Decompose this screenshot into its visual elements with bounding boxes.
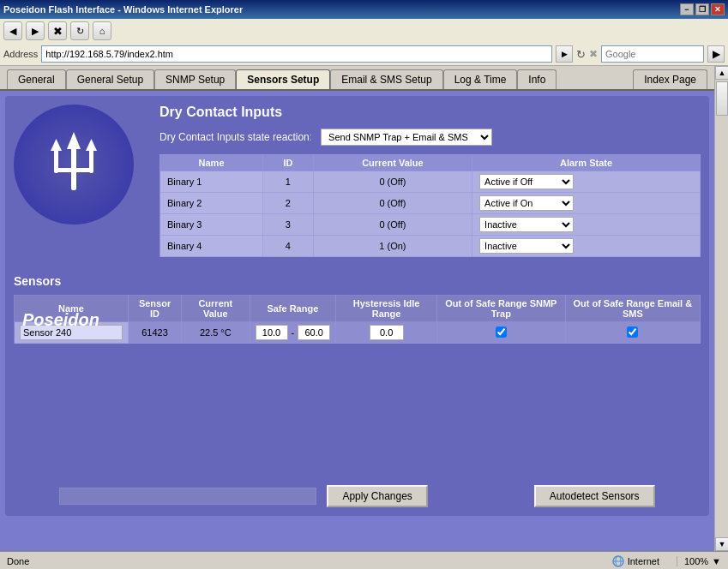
binary3-name: Binary 3: [160, 214, 263, 236]
tab-email-sms[interactable]: Email & SMS Setup: [330, 69, 442, 89]
window-controls: − ❐ ✕: [680, 3, 725, 15]
range-max-input[interactable]: [298, 325, 330, 340]
col-header-current: Current Value: [313, 155, 472, 171]
close-button[interactable]: ✕: [711, 3, 725, 15]
inner-content: Poseidon Dry Contact Inputs Dry Contact …: [5, 96, 709, 516]
logo-circle: [14, 105, 134, 225]
binary3-alarm-select[interactable]: Active if Off Active if On Inactive: [479, 217, 574, 232]
binary4-name: Binary 4: [160, 236, 263, 257]
tab-sensors-setup[interactable]: Sensors Setup: [236, 69, 330, 89]
status-done: Done: [7, 556, 595, 566]
autodetect-sensors-button[interactable]: Autodetect Sensors: [534, 485, 655, 507]
binary4-alarm-cell: Active if Off Active if On Inactive: [472, 236, 701, 257]
table-row: Binary 3 3 0 (Off) Active if Off Active …: [160, 214, 701, 236]
tab-snmp-setup[interactable]: SNMP Setup: [154, 69, 236, 89]
col-header-alarm: Alarm State: [472, 155, 701, 171]
forward-button[interactable]: ▶: [26, 21, 45, 40]
logo-text: Poseidon: [22, 310, 151, 330]
nav-toolbar: ◀ ▶ ✖ ↻ ⌂: [0, 19, 728, 43]
binary1-id: 1: [263, 171, 314, 193]
range-separator: -: [292, 327, 295, 338]
table-row: Binary 4 4 1 (On) Active if Off Active i…: [160, 236, 701, 257]
address-input[interactable]: [41, 45, 552, 63]
scroll-down-button[interactable]: ▼: [715, 537, 728, 551]
page-content: General General Setup SNMP Setup Sensors…: [0, 66, 714, 551]
dry-contact-table: Name ID Current Value Alarm State Binary…: [159, 154, 701, 257]
sensor-col-range: Safe Range: [250, 296, 336, 322]
browser-chrome: ◀ ▶ ✖ ↻ ⌂ Address ▶ ↻ ✖ ▶: [0, 19, 728, 66]
snmp-checkbox[interactable]: [496, 326, 507, 338]
sensors-section: Sensors Name Sensor ID Current Value Saf…: [14, 274, 701, 344]
apply-changes-button[interactable]: Apply Changes: [327, 485, 427, 507]
state-reaction-label: Dry Contact Inputs state reaction:: [159, 131, 312, 143]
binary3-alarm-cell: Active if Off Active if On Inactive: [472, 214, 701, 236]
tabs-wrapper: General General Setup SNMP Setup Sensors…: [0, 66, 714, 91]
range-min-input[interactable]: [256, 325, 288, 340]
sensor-value-cell: 22.5 °C: [182, 322, 250, 344]
binary3-id: 3: [263, 214, 314, 236]
scroll-thumb[interactable]: [716, 81, 728, 116]
restore-button[interactable]: ❐: [695, 3, 709, 15]
binary2-alarm-select[interactable]: Active if Off Active if On Inactive: [479, 195, 574, 211]
trident-icon: [44, 130, 104, 199]
svg-marker-5: [86, 139, 97, 151]
sensor-range-cell: -: [250, 322, 336, 344]
binary2-alarm-cell: Active if Off Active if On Inactive: [472, 193, 701, 214]
stop-button[interactable]: ✖: [48, 21, 67, 40]
col-header-id: ID: [263, 155, 314, 171]
browser-body: General General Setup SNMP Setup Sensors…: [0, 66, 728, 551]
col-header-name: Name: [160, 155, 263, 171]
minimize-button[interactable]: −: [680, 3, 694, 15]
window-title: Poseidon Flash Interface - Windows Inter…: [3, 4, 680, 15]
tab-info[interactable]: Info: [517, 69, 557, 89]
scrollbar-right: ▲ ▼: [714, 66, 728, 551]
binary4-value: 1 (On): [313, 236, 472, 257]
sensor-email-cell: [565, 322, 700, 344]
dry-contact-title: Dry Contact Inputs: [159, 105, 701, 120]
sensor-hyst-cell: [336, 322, 437, 344]
zoom-label: 100%: [684, 556, 708, 566]
home-button[interactable]: ⌂: [93, 21, 111, 40]
tab-log-time[interactable]: Log & Time: [443, 69, 518, 89]
address-label: Address: [3, 49, 38, 59]
search-go-button[interactable]: ▶: [707, 45, 725, 63]
state-reaction-row: Dry Contact Inputs state reaction: Send …: [159, 129, 701, 146]
sensor-snmp-cell: [437, 322, 566, 344]
zoom-dropdown-icon[interactable]: ▼: [712, 556, 721, 566]
back-button[interactable]: ◀: [3, 21, 22, 40]
binary2-value: 0 (Off): [313, 193, 472, 214]
status-zone: Internet: [612, 555, 659, 567]
refresh-button[interactable]: ↻: [70, 21, 89, 40]
email-checkbox[interactable]: [627, 326, 638, 338]
tab-index-page[interactable]: Index Page: [633, 69, 707, 89]
scroll-up-button[interactable]: ▲: [715, 66, 728, 80]
internet-icon: [612, 555, 624, 567]
binary1-name: Binary 1: [160, 171, 263, 193]
binary4-alarm-select[interactable]: Active if Off Active if On Inactive: [479, 238, 574, 254]
sensors-title: Sensors: [14, 274, 701, 288]
status-zoom: 100% ▼: [677, 556, 721, 566]
sensor-col-email: Out of Safe Range Email & SMS: [565, 296, 700, 322]
sensor-col-snmp: Out of Safe Range SNMP Trap: [437, 296, 566, 322]
status-bar: Done Internet 100% ▼: [0, 551, 728, 569]
logo-section: Poseidon: [14, 105, 151, 276]
sensor-col-hyst: Hysteresis Idle Range: [336, 296, 437, 322]
svg-marker-1: [67, 132, 81, 149]
hysteresis-input[interactable]: [370, 325, 404, 340]
search-input[interactable]: [601, 45, 704, 63]
address-bar-row: Address ▶ ↻ ✖ ▶: [0, 43, 728, 65]
binary2-id: 2: [263, 193, 314, 214]
state-reaction-select[interactable]: Send SNMP Trap + Email & SMS Send SNMP T…: [321, 129, 492, 146]
go-button[interactable]: ▶: [556, 45, 573, 63]
svg-rect-6: [54, 168, 93, 172]
tab-general[interactable]: General: [7, 69, 66, 89]
sensor-col-value: Current Value: [182, 296, 250, 322]
binary4-id: 4: [263, 236, 314, 257]
scroll-track: [715, 80, 728, 537]
tab-general-setup[interactable]: General Setup: [66, 69, 154, 89]
binary3-value: 0 (Off): [313, 214, 472, 236]
svg-marker-3: [51, 139, 62, 151]
stop-nav-icon: ✖: [589, 48, 598, 60]
title-bar: Poseidon Flash Interface - Windows Inter…: [0, 0, 728, 19]
binary1-alarm-select[interactable]: Active if Off Active if On Inactive: [479, 174, 574, 189]
